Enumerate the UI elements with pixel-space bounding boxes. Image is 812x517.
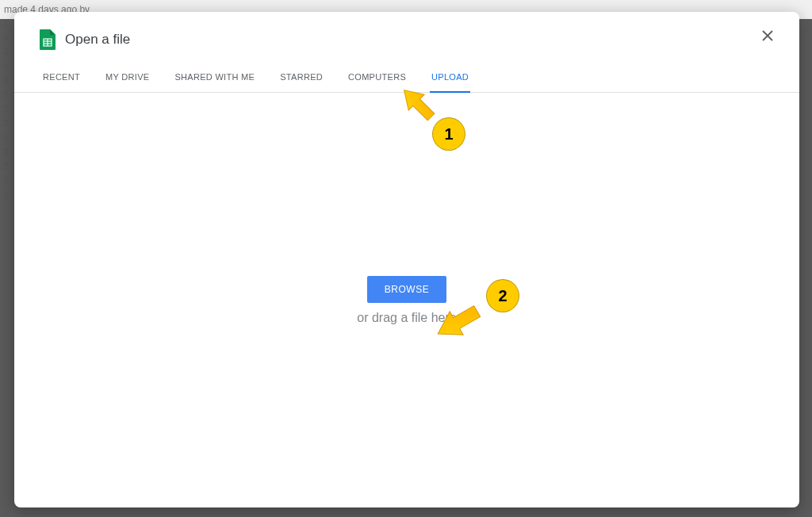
google-sheets-icon	[40, 29, 56, 50]
tab-my-drive[interactable]: MY DRIVE	[104, 72, 151, 93]
close-icon	[761, 29, 774, 45]
bg-row: 4	[3, 30, 8, 44]
tab-upload[interactable]: UPLOAD	[430, 72, 470, 93]
background-row-numbers: 1 4 3 1 2 2 2 2 1 2 2 1 1	[0, 16, 8, 201]
drag-file-text: or drag a file here	[357, 311, 456, 325]
upload-content[interactable]: BROWSE or drag a file here	[14, 93, 799, 507]
bg-row: 3	[3, 44, 8, 59]
browse-button[interactable]: BROWSE	[367, 276, 446, 303]
bg-row: 2	[3, 144, 8, 159]
bg-row: 2	[3, 87, 8, 101]
bg-row: 1	[3, 173, 8, 187]
bg-row: 2	[3, 116, 8, 130]
bg-row: 1	[3, 16, 8, 30]
bg-row: 2	[3, 101, 8, 116]
dialog-header: Open a file	[14, 12, 799, 50]
bg-row: 2	[3, 73, 8, 87]
dialog-tabs: RECENT MY DRIVE SHARED WITH ME STARRED C…	[14, 72, 799, 93]
dialog-title: Open a file	[65, 32, 130, 48]
tab-shared-with-me[interactable]: SHARED WITH ME	[173, 72, 256, 93]
tab-computers[interactable]: COMPUTERS	[347, 72, 408, 93]
tab-recent[interactable]: RECENT	[41, 72, 82, 93]
bg-row: 2	[3, 159, 8, 173]
open-file-dialog: Open a file RECENT MY DRIVE SHARED WITH …	[14, 12, 799, 507]
bg-row: 1	[3, 187, 8, 201]
bg-row: 1	[3, 130, 8, 144]
tab-starred[interactable]: STARRED	[278, 72, 324, 93]
bg-row: 1	[3, 59, 8, 73]
close-button[interactable]	[758, 28, 777, 47]
